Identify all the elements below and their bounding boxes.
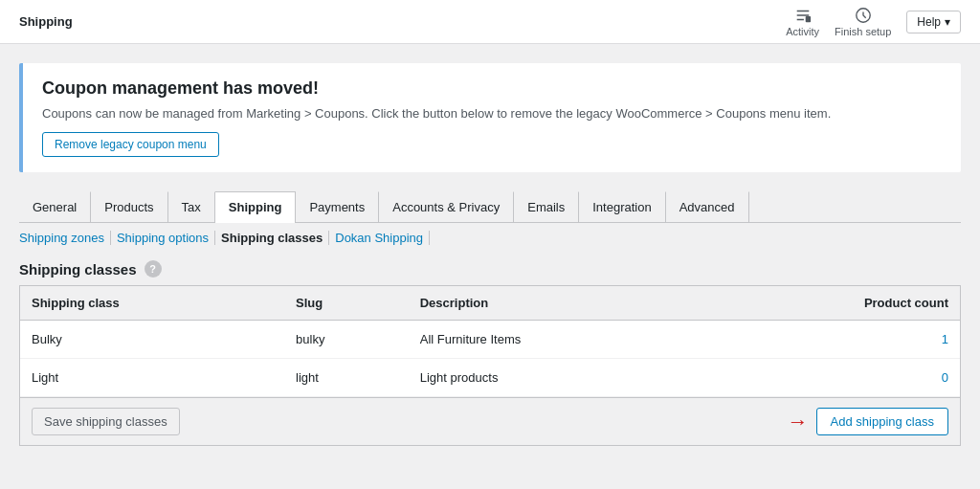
tab-accounts-privacy[interactable]: Accounts & Privacy	[379, 191, 514, 222]
subnav-shipping-classes[interactable]: Shipping classes	[215, 231, 329, 245]
tab-tax[interactable]: Tax	[168, 191, 215, 222]
shipping-classes-table-area: Shipping class Slug Description Product …	[19, 285, 961, 446]
notice-title: Coupon management has moved!	[42, 78, 942, 99]
tab-integration[interactable]: Integration	[579, 191, 665, 222]
svg-rect-0	[805, 15, 810, 21]
subnav-dokan-shipping[interactable]: Dokan Shipping	[329, 231, 430, 245]
help-button[interactable]: Help ▾	[906, 11, 961, 33]
main-content: Coupon management has moved! Coupons can…	[0, 44, 980, 465]
tabs-container: General Products Tax Shipping Payments A…	[19, 191, 961, 223]
activity-button[interactable]: Activity	[786, 7, 819, 37]
table-row: Light light Light products 0	[20, 359, 960, 397]
top-bar: Shipping Activity Finish setup Help ▾	[0, 0, 980, 44]
col-product-count: Product count	[704, 286, 960, 321]
table-header-row: Shipping class Slug Description Product …	[20, 286, 960, 321]
row1-class: Bulky	[20, 321, 284, 359]
col-description: Description	[409, 286, 704, 321]
arrow-container: → Add shipping class	[788, 408, 948, 435]
row2-description: Light products	[409, 359, 704, 397]
tab-shipping[interactable]: Shipping	[215, 191, 297, 223]
notice-box: Coupon management has moved! Coupons can…	[19, 63, 961, 172]
row1-count[interactable]: 1	[704, 321, 960, 359]
row1-slug: bulky	[284, 321, 409, 359]
tab-advanced[interactable]: Advanced	[666, 191, 749, 222]
tab-emails[interactable]: Emails	[514, 191, 579, 222]
row2-class: Light	[20, 359, 284, 397]
shipping-classes-heading: Shipping classes	[19, 261, 137, 278]
row2-slug: light	[284, 359, 409, 397]
finish-setup-button[interactable]: Finish setup	[835, 7, 891, 37]
tab-products[interactable]: Products	[91, 191, 167, 222]
notice-text: Coupons can now be managed from Marketin…	[42, 106, 942, 121]
sub-nav: Shipping zones Shipping options Shipping…	[19, 223, 961, 249]
tab-general[interactable]: General	[19, 191, 91, 222]
row2-count[interactable]: 0	[704, 359, 960, 397]
arrow-icon: →	[788, 410, 809, 434]
col-slug: Slug	[284, 286, 409, 321]
shipping-classes-table: Shipping class Slug Description Product …	[20, 286, 960, 397]
save-shipping-classes-button[interactable]: Save shipping classes	[32, 408, 180, 435]
col-shipping-class: Shipping class	[20, 286, 284, 321]
tab-payments[interactable]: Payments	[296, 191, 379, 222]
chevron-down-icon: ▾	[945, 15, 950, 29]
row1-description: All Furniture Items	[409, 321, 704, 359]
table-row: Bulky bulky All Furniture Items 1	[20, 321, 960, 359]
top-bar-actions: Activity Finish setup Help ▾	[786, 7, 961, 37]
help-icon[interactable]: ?	[145, 260, 162, 278]
remove-legacy-coupon-button[interactable]: Remove legacy coupon menu	[42, 132, 219, 157]
subnav-shipping-zones[interactable]: Shipping zones	[19, 231, 111, 245]
subnav-shipping-options[interactable]: Shipping options	[111, 231, 215, 245]
page-title: Shipping	[19, 14, 73, 29]
add-shipping-class-button[interactable]: Add shipping class	[816, 408, 948, 435]
page-title-row: Shipping classes ?	[19, 249, 961, 285]
table-footer: Save shipping classes → Add shipping cla…	[20, 397, 960, 445]
